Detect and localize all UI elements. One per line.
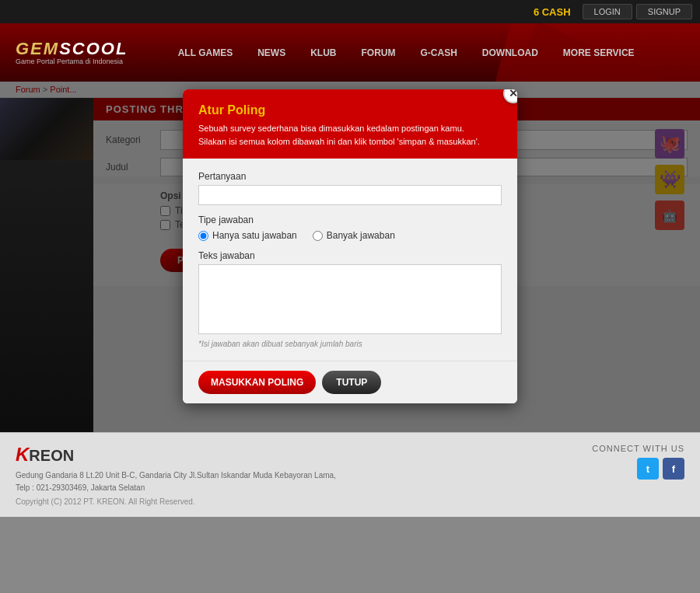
pertanyaan-label: Pertanyaan [198,171,502,182]
modal-header: Atur Poling Sebuah survey sederhana bisa… [183,89,517,159]
gcash-area: 6 CASH [534,6,571,18]
footer-left: KREON Gedung Gandaria 8 Lt.20 Unit B-C, … [16,444,684,506]
main-nav: ALL GAMES NEWS KLUB FORUM G-CASH DOWNLOA… [128,38,684,68]
signup-button[interactable]: SIGNUP [636,4,692,19]
radio-single-label: Hanya satu jawaban [212,230,297,241]
nav-news[interactable]: NEWS [245,38,298,68]
logo-gem: GEM [16,39,59,58]
logo-scool: SCOOL [59,39,128,58]
header: GEMGEMSCOOLSCOOL Game Portal Pertama di … [0,23,700,82]
tipe-label: Tipe jawaban [198,215,502,225]
connect-label: CONNECT WITH US [592,444,684,453]
footer-address1: Gedung Gandaria 8 Lt.20 Unit B-C, Gandar… [16,469,684,482]
radio-multi-input[interactable] [313,231,323,241]
modal-footer: MASUKKAN POLING TUTUP [183,361,517,403]
footer-address2: Telp : 021-29303469, Jakarta Selatan [16,482,684,494]
facebook-icon[interactable]: f [663,458,684,480]
nav-forum[interactable]: FORUM [348,38,408,68]
insert-poling-button[interactable]: MASUKKAN POLING [198,371,316,394]
pertanyaan-input[interactable] [198,185,502,205]
modal-title: Atur Poling [198,103,502,117]
modal-close-button[interactable]: ✕ [503,89,517,103]
footer-copyright: Copyright (C) 2012 PT. KREON. All Right … [16,497,684,506]
logo: GEMGEMSCOOLSCOOL Game Portal Pertama di … [16,40,128,65]
social-icons: t f [592,458,684,480]
nav-klub[interactable]: KLUB [298,38,348,68]
nav-gcash[interactable]: G-CASH [408,38,469,68]
nav-all-games[interactable]: ALL GAMES [166,38,245,68]
nav-download[interactable]: DOWNLOAD [470,38,551,68]
tutup-button[interactable]: TUTUP [322,371,381,394]
twitter-icon[interactable]: t [637,458,659,480]
footer: CONNECT WITH US t f KREON Gedung Gandari… [0,432,700,517]
footer-logo-k: K [16,444,29,465]
modal-desc-line1: Sebuah survey sederhana bisa dimasukkan … [198,122,502,135]
radio-single[interactable]: Hanya satu jawaban [198,230,297,241]
modal-desc-line2: Silakan isi semua kolom dibawah ini dan … [198,135,502,148]
radio-options: Hanya satu jawaban Banyak jawaban [198,230,502,241]
teks-jawaban-input[interactable] [198,264,502,334]
modal-hint: *Isi jawaban akan dibuat sebanyak jumlah… [198,340,502,348]
atur-poling-modal: Atur Poling Sebuah survey sederhana bisa… [183,89,517,403]
radio-multi[interactable]: Banyak jawaban [313,230,395,241]
modal-overlay: Atur Poling Sebuah survey sederhana bisa… [0,82,700,432]
topbar: 6 CASH LOGIN SIGNUP [0,0,700,23]
content-area: Forum > Point... POSTING THRE... Kategor… [0,82,700,432]
modal-body: Pertanyaan Tipe jawaban Hanya satu jawab… [183,159,517,361]
footer-logo: KREON [16,444,684,466]
footer-right: CONNECT WITH US t f [592,444,684,480]
teks-label: Teks jawaban [198,250,502,261]
logo-subtitle: Game Portal Pertama di Indonesia [16,58,123,65]
footer-logo-rest: REON [29,447,74,464]
logo-text: GEMGEMSCOOLSCOOL [16,40,128,58]
tipe-jawaban-group: Tipe jawaban Hanya satu jawaban Banyak j… [198,215,502,241]
radio-multi-label: Banyak jawaban [327,230,395,241]
login-button[interactable]: LOGIN [583,4,632,19]
radio-single-input[interactable] [198,231,208,241]
nav-more-service[interactable]: MORE SERVICE [551,38,647,68]
gcash-value: 6 CASH [534,6,571,18]
